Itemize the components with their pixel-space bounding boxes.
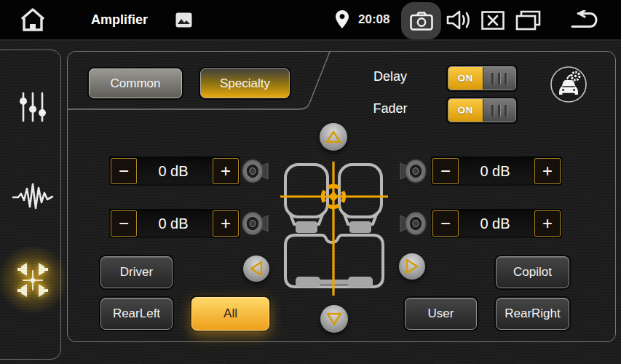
speaker-icon — [399, 157, 427, 185]
location-pin-icon — [336, 10, 349, 28]
delay-toggle-handle — [483, 67, 515, 90]
channel-front-left: − 0 dB + — [109, 157, 272, 186]
front-right-decrease-button[interactable]: − — [432, 158, 459, 184]
fader-label: Fader — [361, 101, 419, 116]
sidebar-item-sound-field[interactable] — [14, 262, 52, 298]
tab-common-label: Common — [111, 76, 161, 91]
zone-rearleft-button[interactable]: RearLeft — [100, 298, 173, 330]
speaker-icon — [242, 210, 269, 237]
fader-toggle-handle — [483, 99, 515, 122]
move-up-button[interactable] — [320, 123, 347, 151]
left-triangle-icon — [249, 260, 264, 277]
zone-user-button[interactable]: User — [405, 298, 477, 330]
photo-icon[interactable] — [175, 12, 192, 28]
tab-common[interactable]: Common — [89, 68, 182, 98]
front-left-decrease-button[interactable]: − — [111, 158, 137, 184]
zone-driver-label: Driver — [120, 265, 153, 280]
amplifier-screen: Amplifier 20:08 — [0, 0, 621, 364]
front-right-increase-button[interactable]: + — [534, 158, 561, 184]
volume-icon[interactable] — [446, 9, 473, 31]
delay-toggle[interactable]: ON — [448, 66, 516, 90]
speaker-balance-icon — [14, 263, 52, 298]
tab-specialty[interactable]: Specialty — [200, 68, 290, 98]
front-left-increase-button[interactable]: + — [213, 158, 239, 184]
zone-driver-button[interactable]: Driver — [100, 256, 173, 288]
fader-toggle-state: ON — [448, 99, 483, 122]
waveform-icon — [12, 181, 54, 213]
channel-rear-left: − 0 dB + — [109, 209, 272, 238]
front-right-db-value: 0 dB — [459, 157, 531, 186]
recent-apps-icon[interactable] — [515, 10, 541, 31]
move-right-button[interactable] — [399, 253, 425, 280]
speaker-icon — [242, 157, 269, 185]
zone-copilot-button[interactable]: Copilot — [496, 256, 569, 288]
zone-rearleft-label: RearLeft — [113, 306, 160, 321]
up-triangle-icon — [325, 130, 342, 144]
car-settings-button[interactable] — [550, 66, 588, 103]
close-window-icon[interactable] — [481, 11, 505, 30]
rear-left-db-value: 0 dB — [137, 209, 210, 238]
back-icon[interactable] — [569, 10, 600, 30]
move-down-button[interactable] — [320, 305, 348, 333]
zone-rearright-label: RearRight — [505, 306, 561, 321]
sidebar-item-equalizer[interactable] — [16, 90, 50, 124]
delay-label: Delay — [361, 69, 419, 84]
sidebar-item-sound-effect[interactable] — [12, 181, 54, 213]
front-left-db-value: 0 dB — [137, 157, 210, 186]
equalizer-sliders-icon — [17, 91, 49, 123]
zone-all-button[interactable]: All — [191, 297, 269, 331]
zone-rearright-button[interactable]: RearRight — [496, 298, 569, 330]
rear-right-increase-button[interactable]: + — [534, 210, 561, 237]
speaker-icon — [399, 210, 427, 237]
rear-left-decrease-button[interactable]: − — [111, 210, 137, 237]
channel-front-right: − 0 dB + — [399, 157, 562, 186]
clock: 20:08 — [358, 0, 389, 39]
zone-user-label: User — [428, 306, 454, 321]
zone-copilot-label: Copilot — [513, 265, 552, 280]
rear-left-increase-button[interactable]: + — [213, 210, 239, 237]
home-icon[interactable] — [19, 7, 47, 32]
rear-right-db-value: 0 dB — [459, 209, 531, 238]
fader-toggle[interactable]: ON — [448, 98, 516, 122]
screenshot-button[interactable] — [401, 2, 441, 39]
rear-right-decrease-button[interactable]: − — [432, 210, 459, 237]
move-left-button[interactable] — [243, 256, 269, 282]
status-bar: Amplifier 20:08 — [0, 0, 621, 41]
down-triangle-icon — [325, 312, 343, 326]
delay-toggle-state: ON — [448, 67, 483, 90]
page-title: Amplifier — [91, 0, 148, 39]
tab-specialty-label: Specialty — [220, 76, 270, 91]
channel-rear-right: − 0 dB + — [399, 209, 562, 238]
zone-all-label: All — [224, 306, 237, 321]
right-triangle-icon — [405, 258, 419, 275]
camera-icon — [410, 12, 433, 31]
